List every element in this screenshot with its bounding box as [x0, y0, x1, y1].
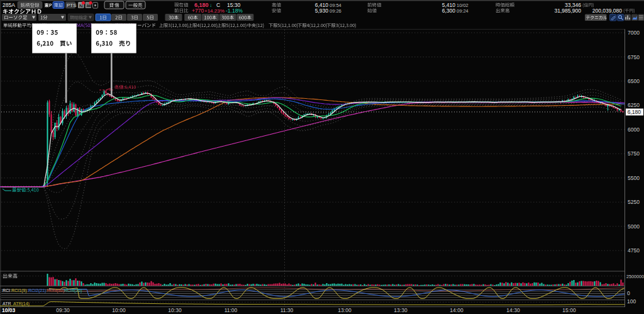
svg-text:ATR(14): ATR(14): [13, 301, 30, 306]
svg-text:200,039,080: 200,039,080: [592, 8, 623, 14]
svg-text:5750: 5750: [628, 150, 640, 157]
svg-text:09:26: 09:26: [330, 8, 341, 14]
svg-text:10/02: 10/02: [457, 3, 469, 8]
svg-text:11:30: 11:30: [280, 307, 294, 313]
svg-text:PTS: PTS: [67, 3, 77, 8]
svg-text:31,985,900: 31,985,900: [554, 8, 581, 14]
svg-text:10:00: 10:00: [112, 307, 126, 313]
svg-text:10:30: 10:30: [168, 307, 182, 313]
svg-text:2500000: 2500000: [626, 274, 644, 279]
svg-text:C: C: [216, 2, 220, 8]
svg-text:ATR: ATR: [3, 301, 11, 306]
svg-text:14:30: 14:30: [506, 307, 520, 313]
svg-text:100: 100: [627, 298, 636, 305]
svg-text:4750: 4750: [628, 247, 640, 254]
svg-text:15:00: 15:00: [562, 307, 576, 313]
svg-text:09:30: 09:30: [56, 307, 70, 313]
svg-text:14:00: 14:00: [450, 307, 464, 313]
svg-text:0: 0: [627, 290, 630, 296]
svg-text:10/03: 10/03: [2, 307, 16, 313]
svg-text:5250: 5250: [628, 199, 640, 205]
svg-text:13:00: 13:00: [338, 307, 352, 313]
svg-text:285A: 285A: [3, 2, 15, 8]
svg-text:RCI2(21): RCI2(21): [28, 288, 46, 293]
svg-text:5,930: 5,930: [315, 8, 329, 14]
svg-text:7000: 7000: [628, 30, 640, 36]
svg-text:09:54: 09:54: [330, 3, 341, 8]
svg-text:RCI1(9): RCI1(9): [11, 288, 27, 293]
svg-text:6250: 6250: [628, 102, 640, 108]
svg-text:6,300: 6,300: [442, 8, 456, 14]
svg-text:6,180: 6,180: [628, 109, 641, 115]
svg-text:-1.18%: -1.18%: [226, 8, 243, 14]
svg-text:RCI3(52): RCI3(52): [47, 288, 64, 293]
svg-text:+770: +770: [192, 8, 204, 14]
svg-text:RCI4(26): RCI4(26): [64, 288, 82, 293]
svg-text:RCI: RCI: [3, 288, 10, 293]
svg-text:5000: 5000: [628, 223, 640, 230]
svg-text:13:30: 13:30: [394, 307, 408, 313]
svg-text:09:24: 09:24: [457, 8, 469, 14]
svg-text:5500: 5500: [628, 175, 640, 181]
svg-text:6000: 6000: [628, 126, 640, 133]
svg-text:6750: 6750: [628, 54, 640, 60]
svg-text:+14.23%: +14.23%: [204, 8, 225, 14]
svg-text:6500: 6500: [628, 78, 640, 84]
svg-text:11:00: 11:00: [225, 307, 238, 313]
